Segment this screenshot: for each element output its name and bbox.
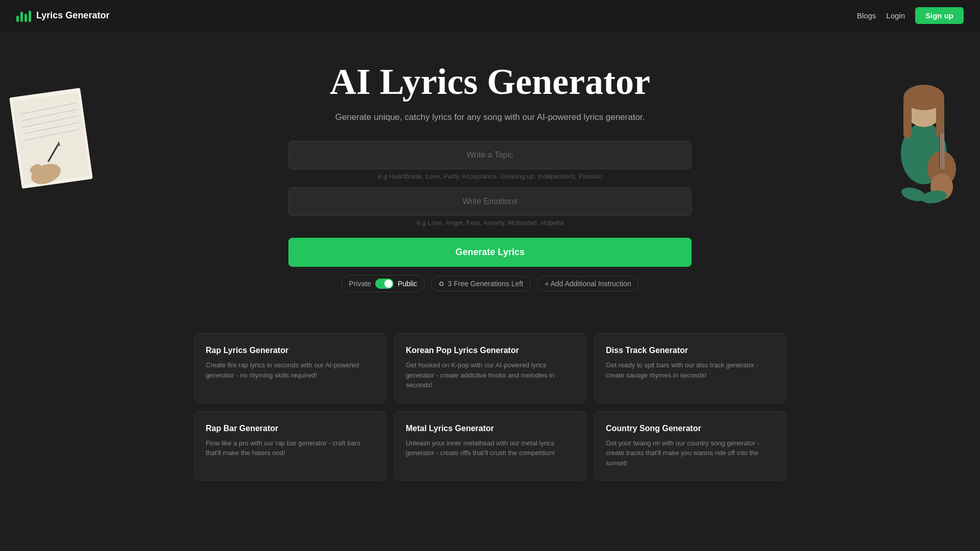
svg-point-7 — [29, 160, 64, 188]
svg-rect-18 — [939, 133, 944, 169]
navbar: Lyrics Generator Blogs Login Sign up — [0, 0, 980, 31]
free-generations-badge: ♻ 3 Free Generations Left — [431, 276, 531, 291]
card-desc: Get ready to spit bars with our diss tra… — [606, 360, 774, 380]
card-title: Korean Pop Lyrics Generator — [406, 346, 574, 355]
recycle-icon: ♻ — [438, 280, 445, 288]
svg-point-23 — [920, 189, 947, 205]
card-item[interactable]: Metal Lyrics Generator Unleash your inne… — [394, 411, 586, 481]
card-title: Country Song Generator — [606, 424, 774, 433]
card-item[interactable]: Diss Track Generator Get ready to spit b… — [594, 333, 786, 403]
hero-title: AI Lyrics Generator — [10, 62, 970, 102]
free-gen-text: 3 Free Generations Left — [448, 280, 523, 288]
nav-login-link[interactable]: Login — [886, 11, 905, 20]
topic-input[interactable] — [288, 141, 692, 169]
nav-logo[interactable]: Lyrics Generator — [16, 10, 109, 22]
card-title: Metal Lyrics Generator — [406, 424, 574, 433]
card-desc: Create fire rap lyrics in seconds with o… — [206, 360, 374, 380]
card-title: Diss Track Generator — [606, 346, 774, 355]
nav-signup-button[interactable]: Sign up — [915, 7, 964, 24]
card-item[interactable]: Korean Pop Lyrics Generator Get hooked o… — [394, 333, 586, 403]
form-container: e.g Heartbreak, Love, Party, Acceptance,… — [288, 141, 692, 292]
cards-section: Rap Lyrics Generator Create fire rap lyr… — [184, 333, 796, 481]
cards-grid: Rap Lyrics Generator Create fire rap lyr… — [194, 333, 786, 481]
emotions-hint: e.g Love, Anger, Fear, Anxiety, Motivate… — [288, 219, 692, 227]
hero-subtitle: Generate unique, catchy lyrics for any s… — [10, 112, 970, 122]
card-desc: Get your twang on with our country song … — [606, 438, 774, 468]
svg-marker-10 — [57, 141, 60, 146]
svg-rect-0 — [9, 88, 93, 189]
card-item[interactable]: Rap Bar Generator Flow like a pro with o… — [194, 411, 386, 481]
privacy-toggle-group[interactable]: Private Public — [341, 275, 425, 292]
svg-line-6 — [24, 129, 80, 140]
public-label: Public — [398, 280, 417, 288]
topic-hint: e.g Heartbreak, Love, Party, Acceptance,… — [288, 172, 692, 180]
card-title: Rap Bar Generator — [206, 424, 374, 433]
card-item[interactable]: Country Song Generator Get your twang on… — [594, 411, 786, 481]
card-desc: Flow like a pro with our rap bar generat… — [206, 438, 374, 458]
nav-blogs-link[interactable]: Blogs — [857, 11, 876, 20]
private-label: Private — [349, 280, 372, 288]
nav-links: Blogs Login Sign up — [857, 7, 964, 24]
logo-icon — [16, 10, 31, 22]
card-item[interactable]: Rap Lyrics Generator Create fire rap lyr… — [194, 333, 386, 403]
svg-rect-1 — [12, 92, 90, 185]
svg-point-8 — [29, 162, 43, 176]
svg-point-16 — [927, 151, 956, 187]
privacy-toggle[interactable] — [375, 279, 394, 289]
svg-line-9 — [48, 143, 59, 161]
svg-line-5 — [23, 122, 79, 134]
hero-section: AI Lyrics Generator Generate unique, cat… — [0, 31, 980, 313]
svg-point-17 — [930, 173, 953, 200]
svg-point-11 — [901, 123, 947, 184]
card-desc: Get hooked on K-pop with our AI-powered … — [406, 360, 574, 390]
add-instruction-label: + Add Additional Instruction — [545, 280, 631, 288]
nav-logo-text: Lyrics Generator — [36, 10, 109, 21]
svg-point-22 — [900, 185, 928, 204]
generate-button[interactable]: Generate Lyrics — [288, 238, 692, 267]
card-title: Rap Lyrics Generator — [206, 346, 374, 355]
controls-row: Private Public ♻ 3 Free Generations Left… — [288, 275, 692, 292]
card-desc: Unleash your inner metalhead with our me… — [406, 438, 574, 458]
emotions-input[interactable] — [288, 187, 692, 216]
add-instruction-button[interactable]: + Add Additional Instruction — [537, 276, 639, 291]
